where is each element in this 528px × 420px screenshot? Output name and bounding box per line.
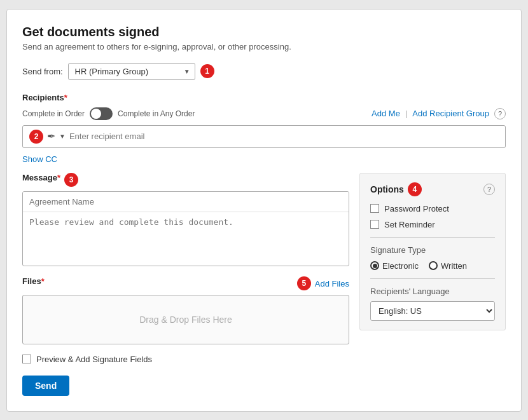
options-header-row: Options 4 xyxy=(370,182,422,196)
send-button[interactable]: Send xyxy=(22,376,69,396)
files-header: Files* 5 Add Files xyxy=(22,276,349,291)
drop-zone-label: Drag & Drop Files Here xyxy=(139,315,232,325)
options-title: Options xyxy=(370,184,404,194)
send-from-select[interactable]: HR (Primary Group) Personal Account xyxy=(68,63,195,80)
complete-in-any-order-label: Complete in Any Order xyxy=(118,109,195,118)
recipients-left: Complete in Order Complete in Any Order xyxy=(22,107,195,120)
message-subject-input[interactable] xyxy=(23,192,349,212)
sig-written-label: Written xyxy=(441,261,467,271)
set-reminder-row: Set Reminder xyxy=(370,220,495,229)
send-from-label: Send from: xyxy=(22,67,63,76)
options-divider-2 xyxy=(370,278,495,279)
preview-row: Preview & Add Signature Fields xyxy=(22,355,349,364)
sig-electronic-label: Electronic xyxy=(382,261,419,271)
toggle-knob xyxy=(91,109,101,119)
send-from-row: Send from: HR (Primary Group) Personal A… xyxy=(22,63,506,80)
language-select[interactable]: English: US French Spanish German Portug… xyxy=(370,301,495,321)
recipient-email-input[interactable] xyxy=(69,132,499,141)
show-cc-link[interactable]: Show CC xyxy=(22,154,57,164)
options-help-icon[interactable]: ? xyxy=(483,184,495,195)
sig-electronic-option[interactable]: Electronic xyxy=(370,261,419,271)
sig-written-option[interactable]: Written xyxy=(429,261,467,271)
page-title: Get documents signed xyxy=(22,25,506,39)
signature-icon[interactable]: ✒ xyxy=(47,130,55,142)
recipients-section-label: Recipients* xyxy=(22,93,506,102)
password-protect-checkbox[interactable] xyxy=(370,204,379,213)
files-label-row: Files* xyxy=(22,276,45,291)
step-badge-2: 2 xyxy=(29,130,43,144)
complete-in-order-toggle[interactable] xyxy=(90,107,113,120)
signature-type-options: Electronic Written xyxy=(370,261,495,271)
password-protect-label: Password Protect xyxy=(384,204,449,213)
options-divider-1 xyxy=(370,237,495,238)
recipient-input-row: 2 ✒ ▼ xyxy=(22,125,506,148)
send-from-select-wrapper: HR (Primary Group) Personal Account ▼ xyxy=(68,63,195,80)
complete-in-order-label: Complete in Order xyxy=(22,109,85,118)
options-header: Options 4 ? xyxy=(370,182,495,196)
set-reminder-checkbox[interactable] xyxy=(370,220,379,229)
recipients-help-icon[interactable]: ? xyxy=(494,108,506,119)
divider: | xyxy=(405,109,407,118)
step-badge-4: 4 xyxy=(408,182,422,196)
recipients-header: Complete in Order Complete in Any Order … xyxy=(22,107,506,120)
add-files-button[interactable]: Add Files xyxy=(315,279,349,288)
files-section-label: Files* xyxy=(22,276,45,286)
message-body-input[interactable] xyxy=(23,212,349,263)
add-me-button[interactable]: Add Me xyxy=(372,109,400,118)
recipients-language-label: Recipients' Language xyxy=(370,287,495,296)
step-badge-5: 5 xyxy=(297,276,311,290)
sig-written-radio[interactable] xyxy=(429,261,438,270)
file-drop-zone[interactable]: Drag & Drop Files Here xyxy=(22,295,349,344)
main-card: Get documents signed Send an agreement t… xyxy=(6,9,522,412)
preview-checkbox[interactable] xyxy=(22,355,31,363)
recipients-right: Add Me | Add Recipient Group ? xyxy=(372,108,506,119)
message-label-row: Message* 3 xyxy=(22,173,349,187)
left-panel: Message* 3 Files* xyxy=(22,173,349,396)
files-section: Files* 5 Add Files Drag & Drop Files Her… xyxy=(22,276,349,344)
message-section: Message* 3 xyxy=(22,173,349,266)
main-content: Message* 3 Files* xyxy=(22,173,506,396)
step-badge-1: 1 xyxy=(200,64,214,78)
add-recipient-group-button[interactable]: Add Recipient Group xyxy=(412,109,489,118)
options-panel: Options 4 ? Password Protect Set Reminde… xyxy=(359,173,506,330)
chevron-down-icon[interactable]: ▼ xyxy=(59,133,66,140)
message-section-label: Message* xyxy=(22,173,60,182)
password-protect-row: Password Protect xyxy=(370,204,495,213)
signature-type-label: Signature Type xyxy=(370,245,495,255)
message-box xyxy=(22,191,349,266)
add-files-row: 5 Add Files xyxy=(297,276,349,290)
page-subtitle: Send an agreement to others for e-signin… xyxy=(22,42,506,51)
set-reminder-label: Set Reminder xyxy=(384,220,434,229)
step-badge-3: 3 xyxy=(64,173,78,187)
preview-label: Preview & Add Signature Fields xyxy=(36,355,152,364)
sig-electronic-radio[interactable] xyxy=(370,261,379,270)
